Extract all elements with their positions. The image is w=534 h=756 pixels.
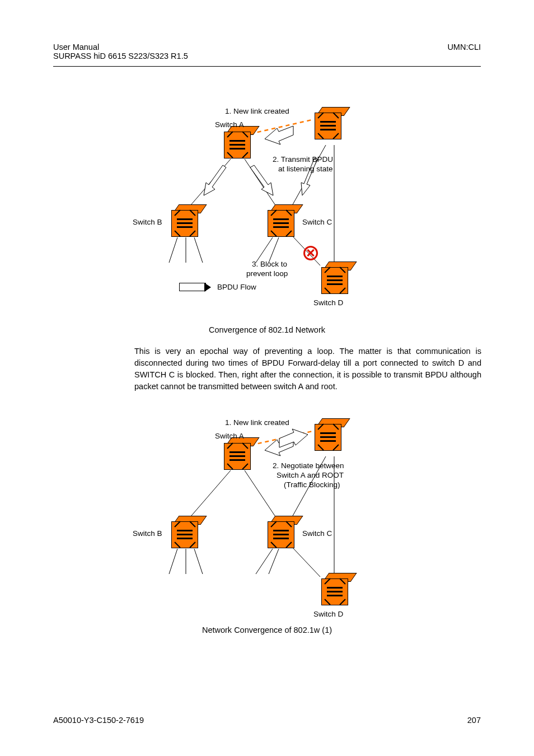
root-switch-icon-2	[315, 424, 346, 455]
page-header: User Manual SURPASS hiD 6615 S223/S323 R…	[53, 43, 481, 60]
svg-marker-13	[250, 165, 273, 195]
d1-switch-c-label: Switch C	[302, 218, 332, 226]
d1-note2-l2: at listening state	[278, 165, 333, 173]
d2-note2-l2: Switch A and ROOT	[277, 471, 344, 479]
d1-note2-l1: 2. Transmit BPDU	[273, 155, 333, 164]
block-icon	[303, 246, 318, 260]
switch-b-icon-2	[171, 521, 203, 553]
d1-switch-b-label: Switch B	[133, 218, 162, 226]
svg-marker-14	[301, 158, 317, 195]
d2-note2-l1: 2. Negotiate between	[273, 461, 344, 470]
d1-note1: 1. New link created	[225, 107, 289, 115]
svg-line-1	[187, 159, 231, 209]
svg-line-15	[251, 431, 312, 445]
diagram-convergence-1d: 1. New link created Switch A 2. Transmit…	[147, 100, 387, 319]
d2-switch-b-label: Switch B	[133, 529, 162, 538]
d2-switch-c-label: Switch C	[302, 529, 332, 538]
footer-pagenum: 207	[467, 716, 481, 725]
svg-marker-12	[204, 165, 226, 195]
switch-a-icon	[224, 132, 255, 163]
root-switch-icon	[315, 113, 346, 144]
switch-b-icon	[171, 210, 203, 241]
svg-line-16	[187, 470, 231, 521]
bpdu-flow-legend-icon	[179, 283, 206, 291]
doc-code: UMN:CLI	[447, 43, 481, 52]
svg-line-17	[245, 470, 278, 521]
d1-caption: Convergence of 802.1d Network	[53, 325, 481, 334]
svg-marker-26	[265, 437, 293, 456]
d2-caption: Network Convergence of 802.1w (1)	[53, 626, 481, 634]
doc-title-block: User Manual SURPASS hiD 6615 S223/S323 R…	[53, 43, 188, 60]
header-rule	[53, 66, 481, 67]
svg-marker-27	[279, 429, 308, 447]
d1-legend-text: BPDU Flow	[217, 283, 256, 291]
switch-d-icon	[321, 267, 353, 298]
switch-a-icon-2	[224, 443, 255, 474]
page-footer: A50010-Y3-C150-2-7619 207	[53, 716, 481, 725]
d1-switch-d-label: Switch D	[313, 298, 343, 307]
switch-c-icon	[268, 210, 299, 241]
footer-docid: A50010-Y3-C150-2-7619	[53, 716, 144, 725]
d2-switch-a-label: Switch A	[215, 432, 244, 440]
d1-note3-l1: 3. Block to	[252, 260, 287, 268]
body-paragraph: This is very an epochal way of preventin…	[53, 346, 481, 393]
svg-line-2	[245, 159, 278, 209]
doc-title-line1: User Manual	[53, 43, 188, 52]
d1-note3-l2: prevent loop	[246, 269, 288, 278]
d2-note2-l3: (Traffic Blocking)	[284, 480, 340, 489]
switch-c-icon-2	[268, 521, 299, 553]
doc-title-line2: SURPASS hiD 6615 S223/S323 R1.5	[53, 52, 188, 60]
diagram-convergence-1w: 1. New link created Switch A 2. Negotiat…	[147, 414, 387, 621]
d2-switch-d-label: Switch D	[313, 610, 343, 618]
d2-note1: 1. New link created	[225, 418, 289, 427]
d1-switch-a-label: Switch A	[215, 120, 244, 129]
svg-line-0	[250, 120, 312, 134]
svg-marker-11	[265, 126, 293, 144]
switch-d-icon-2	[321, 578, 353, 610]
